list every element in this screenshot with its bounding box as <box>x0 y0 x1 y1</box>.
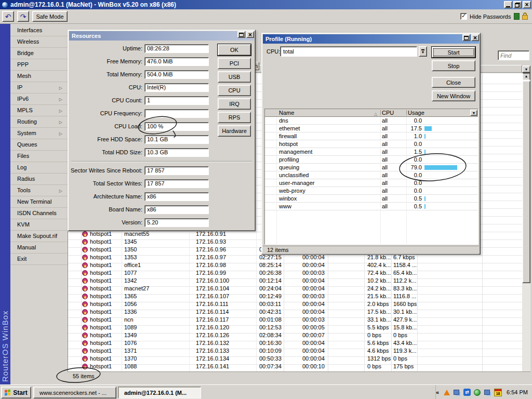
resources-close-button[interactable] <box>246 31 254 38</box>
sidebar-menu-item[interactable]: IP <box>10 82 68 94</box>
vlc-tray-icon[interactable] <box>443 389 450 396</box>
resources-action-button[interactable]: IRQ <box>218 98 251 110</box>
sidebar-menu-item[interactable]: New Terminal <box>10 196 68 208</box>
start-button[interactable]: Start <box>1 387 31 398</box>
sidebar-menu-item[interactable]: ISDN Channels <box>10 208 68 219</box>
profile-row[interactable]: winbox all 0.5 <box>265 195 478 203</box>
undo-button[interactable] <box>2 11 14 22</box>
hotspot-user-row[interactable]: hotspot1 macnet27 172.16.0.104 00:24:04 … <box>68 285 522 292</box>
field-value[interactable]: x86 <box>144 205 209 214</box>
sidebar-menu-item[interactable]: Files <box>10 151 68 162</box>
taskbar-task-button[interactable]: admin@172.16.0.1 (M... <box>118 387 201 398</box>
cpu-column-header[interactable]: CPU <box>382 109 394 116</box>
resources-action-button[interactable]: OK <box>218 44 251 56</box>
sidebar-menu-item[interactable]: Wireless <box>10 36 68 48</box>
field-value[interactable]: 504.0 MiB <box>144 70 209 79</box>
hotspot-user-row[interactable]: hotspot1 1349 172.16.0.126 02:08:34 00:0… <box>68 331 522 339</box>
sidebar-menu-item[interactable]: Tools <box>10 185 68 196</box>
hotspot-user-row[interactable]: hotspot1 ncn 172.16.0.117 00:01:08 00:00… <box>68 316 522 324</box>
hide-passwords-checkbox[interactable] <box>460 13 467 20</box>
sidebar-menu-item[interactable]: Manual <box>10 242 68 254</box>
profile-maximize-button[interactable] <box>462 34 470 41</box>
sidebar-menu-item[interactable]: Radius <box>10 174 68 185</box>
sidebar-menu-item[interactable]: System <box>10 128 68 139</box>
network-computers-tray-icon-2[interactable] <box>484 389 491 396</box>
hotspot-user-row[interactable]: hotspot1 1056 172.16.0.111 00:03:11 00:0… <box>68 300 522 308</box>
hotspot-user-row[interactable]: hotspot1 1342 172.16.0.100 00:12:14 00:0… <box>68 277 522 285</box>
profile-row[interactable]: queuing all 79.0 <box>265 164 478 171</box>
tray-overflow-chevrons[interactable]: « <box>436 389 439 395</box>
restore-button[interactable] <box>513 1 522 8</box>
redo-button[interactable] <box>17 11 29 22</box>
vertical-scrollbar[interactable] <box>522 73 530 371</box>
profile-row[interactable]: unclassified all 0.0 <box>265 171 478 179</box>
profile-table-header[interactable]: Name CPU Usage <box>265 109 478 117</box>
profile-column-select-dropdown[interactable] <box>470 110 477 116</box>
column-select-dropdown[interactable] <box>522 65 530 73</box>
sidebar-menu-item[interactable]: MPLS <box>10 105 68 116</box>
profile-action-button[interactable]: Close <box>432 77 475 88</box>
minimize-button[interactable] <box>504 1 512 8</box>
field-value[interactable]: Intel(R) <box>144 83 209 92</box>
field-value[interactable]: x86 <box>144 192 209 201</box>
sidebar-menu-item[interactable]: Exit <box>10 254 68 265</box>
name-column-header[interactable]: Name <box>279 109 294 116</box>
profile-action-button[interactable]: Start <box>432 47 475 58</box>
field-value[interactable]: 1 <box>144 96 209 105</box>
field-value[interactable]: 10.3 GB <box>144 148 209 157</box>
sidebar-menu-item[interactable]: PPP <box>10 59 68 71</box>
field-value[interactable]: 10.1 GB <box>144 135 209 144</box>
sidebar-menu-item[interactable]: Interfaces <box>10 25 68 36</box>
profile-row[interactable]: user-manager all 0.0 <box>265 179 478 187</box>
taskbar-task-button[interactable]: www.scenerockers.net - ... <box>33 387 116 398</box>
hotspot-user-row[interactable]: hotspot1 office1 172.16.0.98 08:25:14 00… <box>68 261 522 269</box>
calendar-tray-icon[interactable]: 18 <box>494 389 502 396</box>
hotspot-user-row[interactable]: hotspot1 1088 172.16.0.141 00:07:34 00:0… <box>68 363 522 370</box>
profile-row[interactable]: hotspot all 0.0 <box>265 140 478 148</box>
sidebar-menu-item[interactable]: Bridge <box>10 48 68 59</box>
field-value[interactable]: 17 857 <box>144 166 209 175</box>
profile-row[interactable]: dns all 0.0 <box>265 117 478 125</box>
usage-column-header[interactable]: Usage <box>408 109 424 116</box>
profile-row[interactable]: management all 1.5 <box>265 148 478 156</box>
resources-maximize-button[interactable] <box>237 31 245 38</box>
safe-mode-button[interactable]: Safe Mode <box>32 11 68 22</box>
profile-action-button[interactable]: New Window <box>432 90 475 101</box>
field-value[interactable]: 100 % <box>144 122 209 131</box>
profile-row[interactable]: profiling all 0.0 <box>265 156 478 164</box>
sidebar-menu-item[interactable]: Queues <box>10 139 68 151</box>
find-input[interactable] <box>498 50 529 60</box>
resources-titlebar[interactable]: Resources <box>69 31 254 41</box>
hotspot-user-row[interactable]: hotspot1 1370 172.16.0.134 00:50:33 00:0… <box>68 355 522 363</box>
field-value[interactable]: 17 857 <box>144 179 209 188</box>
profile-row[interactable]: firewall all 1.0 <box>265 132 478 140</box>
profile-close-button[interactable] <box>471 34 479 41</box>
close-button[interactable] <box>523 1 531 8</box>
resources-action-button[interactable]: PCI <box>218 58 251 69</box>
profile-row[interactable]: web-proxy all 0.0 <box>265 187 478 195</box>
sidebar-menu-item[interactable]: IPv6 <box>10 94 68 105</box>
globe-tray-icon[interactable] <box>473 389 481 396</box>
network-computers-tray-icon[interactable] <box>453 389 461 396</box>
hotspot-user-row[interactable]: hotspot1 1077 172.16.0.99 00:26:38 00:00… <box>68 269 522 277</box>
hotspot-user-row[interactable]: hotspot1 1353 172.16.0.97 02:27:15 00:00… <box>68 254 522 261</box>
main-titlebar[interactable]: admin@172.16.0.1 (MacNet) - WinBox v5.20… <box>0 0 532 9</box>
resources-action-button[interactable]: RPS <box>218 112 251 123</box>
field-value[interactable]: 08:26:28 <box>144 44 209 53</box>
scroll-up-button[interactable] <box>522 73 530 81</box>
field-value[interactable]: 5.20 <box>144 218 209 227</box>
profile-row[interactable]: ethernet all 17.5 <box>265 125 478 132</box>
hotspot-user-row[interactable]: hotspot1 1076 172.16.0.132 00:16:30 00:0… <box>68 339 522 347</box>
sidebar-menu-item[interactable]: Log <box>10 162 68 174</box>
hotspot-user-row[interactable]: hotspot1 1089 172.16.0.120 00:12:53 00:0… <box>68 324 522 331</box>
resources-action-button[interactable]: USB <box>218 71 251 83</box>
field-value[interactable]: 476.0 MiB <box>144 57 209 66</box>
hotspot-user-row[interactable]: hotspot1 1371 172.16.0.133 00:10:09 00:0… <box>68 347 522 355</box>
scrollbar-thumb[interactable] <box>522 81 530 283</box>
resources-action-button[interactable]: CPU <box>218 85 251 96</box>
resources-action-button[interactable]: Hardware <box>218 125 251 137</box>
profile-action-button[interactable]: Stop <box>432 60 475 71</box>
profile-row[interactable]: www all 0.5 <box>265 203 478 210</box>
cpu-combo-input[interactable]: total <box>280 46 417 57</box>
hotspot-user-row[interactable]: hotspot1 1336 172.16.0.114 00:42:31 00:0… <box>68 308 522 316</box>
